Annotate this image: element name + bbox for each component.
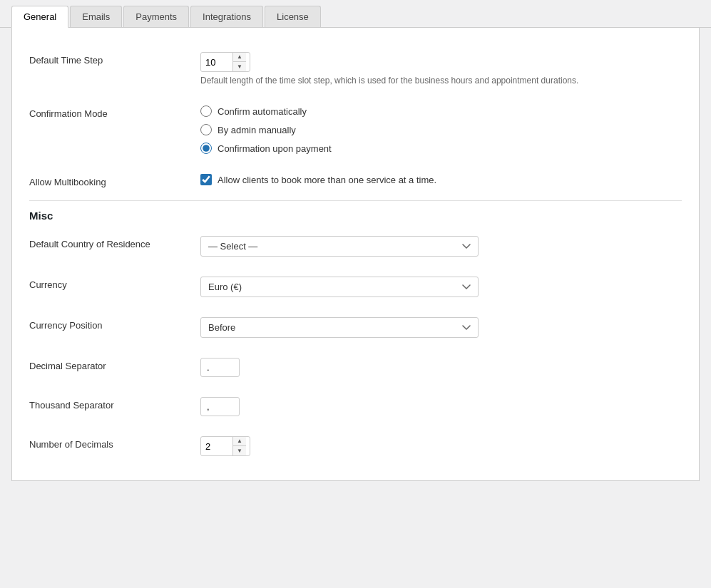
allow-multibooking-row: Allow Multibooking Allow clients to book…: [29, 164, 682, 197]
decimals-spinner-up-button[interactable]: ▲: [233, 437, 246, 446]
confirmation-mode-label: Confirmation Mode: [29, 105, 200, 119]
allow-multibooking-control: Allow clients to book more than one serv…: [200, 174, 682, 185]
decimals-spinner-buttons: ▲ ▼: [232, 437, 246, 455]
tab-general[interactable]: General: [11, 6, 68, 28]
thousand-separator-input[interactable]: [200, 397, 240, 416]
confirmation-mode-row: Confirmation Mode Confirm automatically …: [29, 96, 682, 164]
decimal-separator-label: Decimal Separator: [29, 358, 200, 371]
radio-confirm-payment-label[interactable]: Confirmation upon payment: [218, 143, 332, 154]
radio-confirm-auto-label[interactable]: Confirm automatically: [218, 106, 307, 117]
thousand-separator-label: Thousand Separator: [29, 397, 200, 411]
decimals-spinner-down-button[interactable]: ▼: [233, 446, 246, 455]
tab-emails[interactable]: Emails: [70, 6, 122, 27]
default-time-step-label: Default Time Step: [29, 52, 200, 66]
tab-license[interactable]: License: [265, 6, 321, 27]
radio-confirm-manual: By admin manually: [200, 124, 682, 135]
currency-select[interactable]: Euro (€) US Dollar ($) British Pound (£): [200, 277, 479, 297]
tab-payments[interactable]: Payments: [123, 6, 189, 27]
decimals-spinner: ▲ ▼: [200, 436, 250, 456]
tab-integrations[interactable]: Integrations: [190, 6, 263, 27]
decimal-separator-control: [200, 358, 682, 377]
radio-confirm-payment: Confirmation upon payment: [200, 143, 682, 154]
content-area: Default Time Step ▲ ▼ Default length of …: [11, 28, 700, 481]
currency-position-label: Currency Position: [29, 317, 200, 331]
decimal-separator-input[interactable]: [200, 358, 240, 377]
currency-label: Currency: [29, 277, 200, 290]
default-country-label: Default Country of Residence: [29, 236, 200, 249]
radio-confirm-manual-label[interactable]: By admin manually: [218, 125, 296, 135]
default-time-step-row: Default Time Step ▲ ▼ Default length of …: [29, 42, 682, 96]
tabs-bar: General Emails Payments Integrations Lic…: [0, 0, 711, 28]
default-country-row: Default Country of Residence — Select —: [29, 226, 682, 267]
time-step-input[interactable]: [201, 54, 232, 71]
multibooking-checkbox-item: Allow clients to book more than one serv…: [200, 174, 682, 185]
multibooking-checkbox-label[interactable]: Allow clients to book more than one serv…: [218, 175, 436, 185]
default-time-step-control: ▲ ▼ Default length of the time slot step…: [200, 52, 682, 86]
spinner-up-button[interactable]: ▲: [233, 53, 246, 62]
thousand-separator-control: [200, 397, 682, 416]
radio-confirm-payment-input[interactable]: [200, 143, 212, 154]
number-of-decimals-control: ▲ ▼: [200, 436, 682, 456]
currency-position-select[interactable]: Before After: [200, 317, 479, 338]
confirmation-mode-control: Confirm automatically By admin manually …: [200, 105, 682, 154]
currency-row: Currency Euro (€) US Dollar ($) British …: [29, 267, 682, 307]
default-country-select[interactable]: — Select —: [200, 236, 479, 257]
currency-position-row: Currency Position Before After: [29, 307, 682, 348]
number-of-decimals-label: Number of Decimals: [29, 436, 200, 450]
decimal-separator-row: Decimal Separator: [29, 348, 682, 387]
thousand-separator-row: Thousand Separator: [29, 387, 682, 426]
radio-confirm-auto: Confirm automatically: [200, 105, 682, 117]
decimals-input[interactable]: [201, 438, 232, 455]
time-step-hint: Default length of the time slot step, wh…: [200, 76, 682, 86]
currency-position-control: Before After: [200, 317, 682, 338]
multibooking-checkbox[interactable]: [200, 174, 212, 185]
confirmation-mode-radio-group: Confirm automatically By admin manually …: [200, 105, 682, 154]
spinner-down-button[interactable]: ▼: [233, 62, 246, 71]
currency-control: Euro (€) US Dollar ($) British Pound (£): [200, 277, 682, 297]
allow-multibooking-label: Allow Multibooking: [29, 174, 200, 187]
radio-confirm-manual-input[interactable]: [200, 124, 212, 135]
spinner-buttons: ▲ ▼: [232, 53, 246, 71]
radio-confirm-auto-input[interactable]: [200, 105, 212, 117]
number-of-decimals-row: Number of Decimals ▲ ▼: [29, 426, 682, 466]
misc-heading: Misc: [29, 200, 682, 226]
time-step-spinner: ▲ ▼: [200, 52, 250, 72]
default-country-control: — Select —: [200, 236, 682, 257]
page-wrapper: General Emails Payments Integrations Lic…: [0, 0, 711, 588]
